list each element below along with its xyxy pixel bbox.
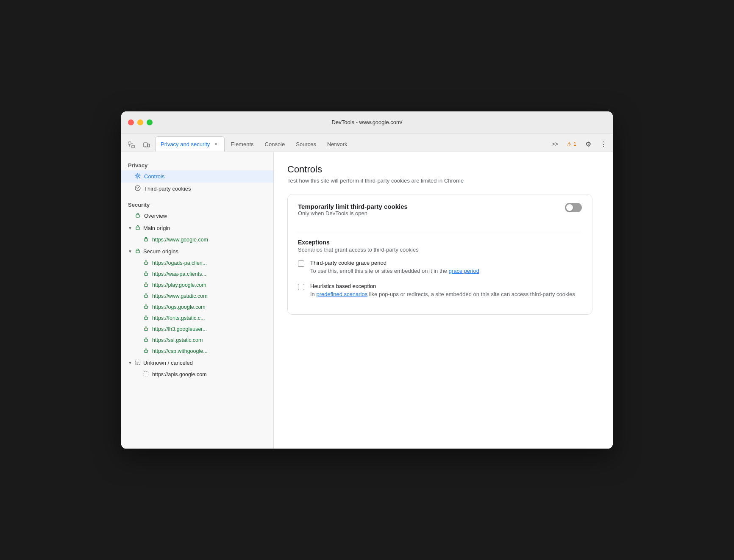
cookie-icon <box>135 185 141 192</box>
sidebar-secure-origin-item[interactable]: https://csp.withgoogle... <box>121 346 273 357</box>
main-layout: Privacy Controls <box>121 152 613 449</box>
secure-origin-url: https://play.google.com <box>152 282 206 288</box>
window-title: DevTools - www.google.com/ <box>332 119 403 125</box>
secure-origin-url: https://waa-pa.clients... <box>152 271 206 277</box>
close-button[interactable] <box>128 119 134 125</box>
lock-icon-small <box>143 315 149 322</box>
main-origin-url: https://www.google.com <box>152 237 208 243</box>
lock-icon-small <box>143 260 149 266</box>
svg-rect-14 <box>145 239 147 241</box>
secure-origins-label: Secure origins <box>143 248 178 255</box>
chevron-down-icon: ▼ <box>128 226 132 230</box>
sidebar-item-third-party[interactable]: Third-party cookies <box>121 183 273 195</box>
lock-icon-small <box>143 282 149 288</box>
heuristics-desc-after: like pop-ups or redirects, a site embedd… <box>367 291 575 297</box>
card-desc: Only when DevTools is open <box>298 210 408 216</box>
lock-icon <box>135 212 141 219</box>
third-party-cookies-label: Third-party cookies <box>144 186 191 192</box>
maximize-button[interactable] <box>147 119 153 125</box>
sidebar-item-main-origin[interactable]: ▼ Main origin <box>121 222 273 234</box>
overview-label: Overview <box>144 213 167 219</box>
inspect-icon-btn[interactable] <box>125 138 138 152</box>
lock-icon-small <box>143 236 149 243</box>
svg-rect-20 <box>145 306 147 309</box>
tab-console[interactable]: Console <box>260 136 290 152</box>
svg-rect-18 <box>145 284 147 287</box>
exceptions-title: Exceptions <box>298 239 582 246</box>
toggle-track <box>565 203 582 212</box>
security-section-label: Security <box>121 198 273 210</box>
more-tabs-button[interactable]: >> <box>549 138 561 150</box>
svg-rect-22 <box>145 328 147 331</box>
page-subtitle: Test how this site will perform if third… <box>287 177 599 184</box>
tab-label: Elements <box>231 141 253 147</box>
devtools-menu-button[interactable]: ⋮ <box>598 138 609 150</box>
sidebar-secure-origin-item[interactable]: https://lh3.googleuser... <box>121 324 273 335</box>
unknown-canceled-label: Unknown / canceled <box>143 360 193 366</box>
svg-point-7 <box>137 175 139 177</box>
gear-icon: ⚙ <box>585 140 591 148</box>
grace-period-desc: To use this, enroll this site or sites e… <box>310 267 479 275</box>
chevron-down-icon: ▼ <box>128 360 132 365</box>
titlebar: DevTools - www.google.com/ <box>121 111 613 133</box>
sidebar-item-secure-origins[interactable]: ▼ Secure origins <box>121 245 273 258</box>
sidebar-secure-origin-item[interactable]: https://fonts.gstatic.c... <box>121 313 273 324</box>
sidebar-unknown-item[interactable]: https://apis.google.com <box>121 369 273 380</box>
svg-rect-16 <box>145 262 147 265</box>
minimize-button[interactable] <box>137 119 143 125</box>
tab-label: Sources <box>296 141 316 147</box>
tab-label: Console <box>265 141 285 147</box>
grace-desc-before: To use this, enroll this site or sites e… <box>310 268 449 274</box>
svg-rect-24 <box>145 350 147 353</box>
tab-label: Privacy and security <box>161 141 210 147</box>
secure-origin-url: https://fonts.gstatic.c... <box>152 315 205 321</box>
exceptions-section: Exceptions Scenarios that grant access t… <box>298 239 582 298</box>
grace-period-text: Third-party cookie grace period To use t… <box>310 260 479 275</box>
svg-rect-23 <box>145 339 147 342</box>
sidebar-main-origin-url[interactable]: https://www.google.com <box>121 234 273 245</box>
unknown-icon-small <box>143 371 149 378</box>
third-party-cookie-card: Temporarily limit third-party cookies On… <box>287 194 592 315</box>
heuristics-checkbox[interactable] <box>298 284 304 290</box>
svg-rect-5 <box>148 144 150 147</box>
tab-elements[interactable]: Elements <box>225 136 259 152</box>
sidebar-secure-origin-item[interactable]: https://waa-pa.clients... <box>121 269 273 280</box>
devtools-settings-button[interactable]: ⚙ <box>582 138 594 150</box>
secure-origin-url: https://ssl.gstatic.com <box>152 337 203 343</box>
warning-badge[interactable]: ⚠ 1 <box>564 140 579 148</box>
svg-point-10 <box>138 187 139 188</box>
grace-period-link[interactable]: grace period <box>449 268 479 274</box>
sidebar-secure-origin-item[interactable]: https://play.google.com <box>121 280 273 291</box>
svg-point-11 <box>137 189 138 189</box>
sidebar-item-unknown-canceled[interactable]: ▼ Unknown / canceled <box>121 357 273 369</box>
sidebar: Privacy Controls <box>121 152 274 449</box>
chevron-down-icon: ▼ <box>128 249 132 254</box>
secure-origin-url: https://lh3.googleuser... <box>152 326 207 332</box>
predefined-scenarios-link[interactable]: predefined scenarios <box>316 291 367 297</box>
device-mode-icon-btn[interactable] <box>140 138 153 152</box>
sidebar-item-overview[interactable]: Overview <box>121 210 273 222</box>
heuristics-title: Heuristics based exception <box>310 283 575 289</box>
sidebar-secure-origin-item[interactable]: https://ogs.google.com <box>121 302 273 313</box>
tabs-bar: Privacy and security ✕ Elements Console … <box>121 133 613 152</box>
lock-icon-small <box>143 304 149 310</box>
svg-rect-1 <box>132 145 134 148</box>
unknown-item-url: https://apis.google.com <box>152 371 207 377</box>
lock-icon <box>135 248 141 255</box>
lock-icon-small <box>143 293 149 299</box>
tab-sources[interactable]: Sources <box>291 136 321 152</box>
tab-close-privacy[interactable]: ✕ <box>212 141 219 147</box>
sidebar-secure-origin-item[interactable]: https://ssl.gstatic.com <box>121 335 273 346</box>
tab-network[interactable]: Network <box>322 136 353 152</box>
lock-icon-small <box>143 348 149 355</box>
sidebar-item-controls[interactable]: Controls <box>121 170 273 183</box>
sidebar-secure-origin-item[interactable]: https://ogads-pa.clien... <box>121 258 273 269</box>
sidebar-secure-origin-item[interactable]: https://www.gstatic.com <box>121 291 273 302</box>
warning-count: 1 <box>573 141 576 147</box>
controls-label: Controls <box>144 173 164 180</box>
grace-period-checkbox[interactable] <box>298 261 304 267</box>
tab-privacy-security[interactable]: Privacy and security ✕ <box>155 136 225 152</box>
lock-icon-small <box>143 271 149 277</box>
limit-cookies-toggle[interactable] <box>565 203 582 212</box>
exceptions-desc: Scenarios that grant access to third-par… <box>298 247 582 253</box>
